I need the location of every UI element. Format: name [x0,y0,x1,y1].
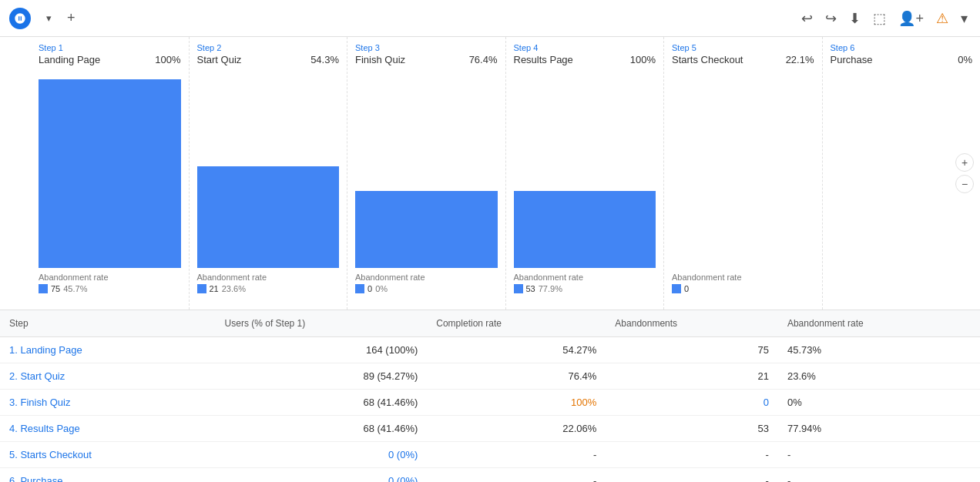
table-cell-aband-rate: 23.6% [778,363,980,390]
table-cell-aband-rate: 0% [778,390,980,416]
col-aband-rate: Abandonment rate [778,310,980,337]
table-cell-step[interactable]: 4. Results Page [0,416,216,442]
table-cell-completion: 54.27% [427,337,606,363]
step-pct-3: 76.4% [469,54,498,65]
table-cell-step[interactable]: 1. Landing Page [0,337,216,363]
tab-dropdown-button[interactable]: ▾ [43,9,55,27]
aband-box-1 [39,284,48,293]
table-cell-abandonments: - [606,442,778,468]
step-name-1: Landing Page [39,54,100,65]
zoom-controls: + − [955,153,974,193]
chart-area-1 [31,79,189,268]
aband-count-2: 21 [210,284,219,293]
step-col-3: Step 3Finish Quiz76.4%Abandonment rate00… [347,37,506,310]
bar-4 [514,191,656,268]
step-num-2: Step 2 [197,43,340,52]
step-num-1: Step 1 [39,43,181,52]
step-name-3: Finish Quiz [355,54,405,65]
add-tab-button[interactable]: + [61,7,82,29]
funnel-table: Step Users (% of Step 1) Completion rate… [0,310,980,482]
aband-box-4 [514,284,523,293]
table-cell-users: 89 (54.27%) [216,363,428,390]
step-name-4: Results Page [514,54,573,65]
more-button[interactable]: ▾ [958,7,971,30]
redo-button[interactable]: ↪ [822,7,840,30]
step-col-1: Step 1Landing Page100%Abandonment rate75… [31,37,190,310]
bar-3 [355,191,498,268]
table-row: 6. Purchase0 (0%)--- [0,468,980,483]
aband-title-4: Abandonment rate [514,273,656,282]
table-cell-aband-rate: - [778,442,980,468]
table-row: 4. Results Page68 (41.46%)22.06%5377.94% [0,416,980,442]
table-cell-step[interactable]: 3. Finish Quiz [0,390,216,416]
funnel-chart-area: Step 1Landing Page100%Abandonment rate75… [0,37,980,310]
table-cell-abandonments: - [606,468,778,483]
col-step: Step [0,310,216,337]
table-cell-aband-rate: 77.94% [778,416,980,442]
aband-count-4: 53 [526,284,535,293]
share-button[interactable]: ⬚ [870,7,889,30]
chart-area-5 [664,79,822,268]
table-cell-step[interactable]: 5. Starts Checkout [0,442,216,468]
step-num-5: Step 5 [672,43,814,52]
table-row: 1. Landing Page164 (100%)54.27%7545.73% [0,337,980,363]
chart-area-4 [506,79,664,268]
step-col-5: Step 5Starts Checkout22.1%Abandonment ra… [664,37,823,310]
aband-box-5 [672,284,681,293]
bar-1 [39,79,181,268]
download-button[interactable]: ⬇ [846,7,864,30]
abandonment-footer-4: Abandonment rate5377.9% [506,268,664,310]
aband-count-5: 0 [684,284,689,293]
table-cell-users: 164 (100%) [216,337,428,363]
table-cell-step[interactable]: 2. Start Quiz [0,363,216,390]
step-col-2: Step 2Start Quiz54.3%Abandonment rate212… [190,37,348,310]
bar-2 [197,166,340,268]
step-pct-4: 100% [630,54,656,65]
table-cell-users: 0 (0%) [216,468,428,483]
abandonment-footer-6 [823,268,981,310]
step-header-1: Step 1Landing Page100% [31,37,189,79]
abandonment-footer-5: Abandonment rate0 [664,268,822,310]
step-pct-6: 0% [958,54,972,65]
table-cell-users: 0 (0%) [216,442,428,468]
table-cell-abandonments: 21 [606,363,778,390]
step-name-5: Starts Checkout [672,54,743,65]
step-pct-2: 54.3% [310,54,339,65]
table-row: 5. Starts Checkout0 (0%)--- [0,442,980,468]
zoom-in-button[interactable]: + [955,153,974,172]
step-header-6: Step 6Purchase0% [823,37,981,79]
col-abandonments: Abandonments [606,310,778,337]
undo-button[interactable]: ↩ [798,7,816,30]
table-cell-aband-rate: - [778,468,980,483]
table-area: Step Users (% of Step 1) Completion rate… [0,310,980,482]
table-row: 3. Finish Quiz68 (41.46%)100%00% [0,390,980,416]
table-cell-abandonments: 53 [606,416,778,442]
chart-area-2 [190,79,347,268]
step-num-6: Step 6 [831,43,973,52]
table-cell-users: 68 (41.46%) [216,416,428,442]
step-header-2: Step 2Start Quiz54.3% [190,37,347,79]
table-cell-completion: - [427,468,606,483]
add-user-button[interactable]: 👤+ [895,7,927,30]
step-header-4: Step 4Results Page100% [506,37,664,79]
step-name-6: Purchase [831,54,873,65]
zoom-out-button[interactable]: − [955,175,974,193]
aband-box-2 [197,284,206,293]
abandonment-footer-2: Abandonment rate2123.6% [190,268,347,310]
aband-title-5: Abandonment rate [672,273,814,282]
table-cell-completion: - [427,442,606,468]
warning-button[interactable]: ⚠ [933,7,951,30]
table-cell-step[interactable]: 6. Purchase [0,468,216,483]
step-num-4: Step 4 [514,43,656,52]
aband-count-1: 75 [51,284,60,293]
topbar: ▾ + ↩ ↪ ⬇ ⬚ 👤+ ⚠ ▾ [0,0,980,37]
step-header-3: Step 3Finish Quiz76.4% [347,37,505,79]
aband-pct-2: 23.6% [222,284,246,293]
step-pct-1: 100% [155,54,180,65]
main-content: Step 1Landing Page100%Abandonment rate75… [0,37,980,482]
table-header-row: Step Users (% of Step 1) Completion rate… [0,310,980,337]
step-num-3: Step 3 [355,43,498,52]
aband-title-3: Abandonment rate [355,273,498,282]
y-axis [0,37,31,310]
step-col-4: Step 4Results Page100%Abandonment rate53… [506,37,665,310]
